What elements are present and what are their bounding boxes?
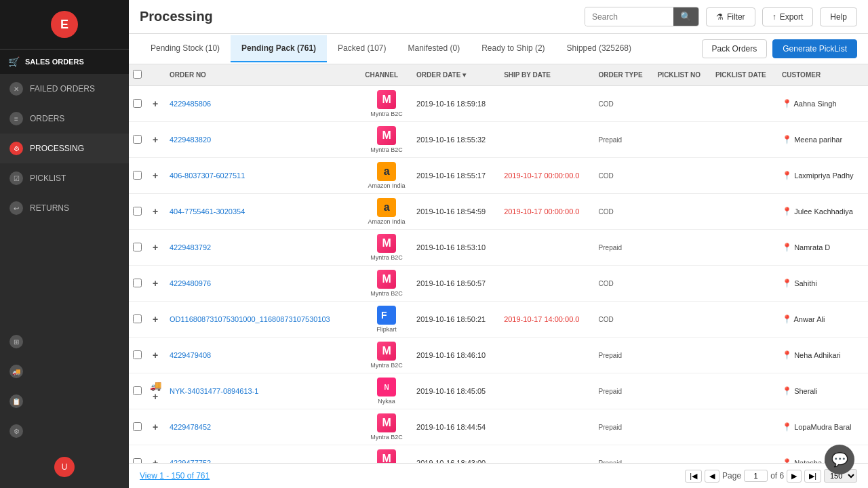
truck-badge-icon: 🚚 [150,380,161,391]
search-input[interactable] [585,8,673,26]
row-checkbox[interactable] [133,135,142,144]
picklist-date-cell [711,373,778,409]
row-checkbox-cell [129,409,146,445]
row-checkbox[interactable] [133,386,142,395]
row-checkbox[interactable] [133,279,142,287]
export-label: Export [780,12,804,22]
sidebar-item-truck[interactable]: 🚚 [0,357,129,386]
app-logo: E [51,11,78,38]
chat-bubble-button[interactable]: 💬 [825,445,854,474]
tab-actions: Pack Orders Generate PickList [702,34,857,64]
search-button[interactable]: 🔍 [673,7,698,26]
prev-page-button[interactable]: ◀ [705,470,719,483]
picklist-date-cell [711,409,778,445]
ship-by-date-cell [500,373,594,409]
export-button[interactable]: ↑ Export [762,7,814,26]
sidebar-item-returns[interactable]: ↩ RETURNS [0,193,129,223]
tab-pending-pack-label: Pending Pack (761) [241,43,316,53]
tab-shipped[interactable]: Shipped (325268) [556,35,642,62]
expand-button[interactable]: + [150,278,161,289]
sidebar-item-orders[interactable]: ≡ ORDERS [0,104,129,134]
picklist-no-cell [654,409,711,445]
row-checkbox[interactable] [133,99,142,108]
table-header-row: ORDER NO CHANNEL ORDER DATE ▾ SHIP BY DA… [129,64,868,86]
tab-manifested[interactable]: Manifested (0) [397,35,471,62]
sidebar-header-label: SALES ORDERS [25,58,84,66]
expand-button[interactable]: + [150,206,161,217]
table-row: + 406-8037307-6027511 aAmazon India 2019… [129,158,868,194]
help-button[interactable]: Help [820,7,857,26]
orders-table-container: ORDER NO CHANNEL ORDER DATE ▾ SHIP BY DA… [129,64,868,463]
tab-ready-to-ship[interactable]: Ready to Ship (2) [471,35,555,62]
pack-orders-label: Pack Orders [712,44,757,54]
select-all-checkbox[interactable] [133,70,142,79]
row-checkbox[interactable] [133,458,142,464]
row-checkbox-cell [129,302,146,338]
picklist-date-cell [711,266,778,302]
row-checkbox-cell [129,86,146,122]
header-order-date: ORDER DATE ▾ [412,64,500,86]
sidebar-item-failed-orders[interactable]: ✕ FAILED ORDERS [0,74,129,104]
filter-button[interactable]: ⚗ Filter [706,7,755,26]
expand-button[interactable]: + [150,350,161,361]
picklist-no-cell [654,302,711,338]
sidebar-item-picklist[interactable]: ☑ PICKLIST [0,163,129,193]
row-checkbox[interactable] [133,314,142,323]
order-type-cell: Prepaid [595,338,654,373]
first-page-button[interactable]: |◀ [685,470,702,483]
tab-pending-pack[interactable]: Pending Pack (761) [231,35,327,62]
picklist-date-cell [711,230,778,266]
picklist-no-cell [654,445,711,464]
expand-button[interactable]: + [150,314,161,325]
pack-orders-button[interactable]: Pack Orders [702,39,768,58]
row-expand-cell: + [146,230,165,266]
ship-by-date-cell [500,445,594,464]
channel-cell: aAmazon India [361,158,412,194]
order-type-cell: COD [595,194,654,230]
channel-cell: MMyntra B2C [361,266,412,302]
picklist-no-cell [654,194,711,230]
picklist-date-cell [711,122,778,158]
row-checkbox[interactable] [133,422,142,431]
expand-button[interactable]: + [150,170,161,181]
sidebar-item-doc[interactable]: 📋 [0,386,129,416]
ship-by-date-cell [500,338,594,373]
tab-pending-stock[interactable]: Pending Stock (10) [140,35,231,62]
expand-button[interactable]: + [150,134,161,145]
row-checkbox[interactable] [133,350,142,359]
page-number-input[interactable] [744,470,768,482]
order-no-cell: NYK-34031477-0894613-1 [165,373,361,409]
expand-button[interactable]: + [150,98,161,109]
pagination-info[interactable]: View 1 - 150 of 761 [140,471,210,481]
row-checkbox-cell [129,373,146,409]
expand-button[interactable]: + [150,422,161,432]
order-type-cell: Prepaid [595,122,654,158]
row-expand-cell: + [146,122,165,158]
expand-button[interactable]: + [150,458,161,463]
row-checkbox[interactable] [133,171,142,180]
table-row: + 4229479408 MMyntra B2C 2019-10-16 18:4… [129,338,868,373]
tab-packed[interactable]: Packed (107) [327,35,397,62]
sidebar-section-header: 🛒 SALES ORDERS [0,49,129,74]
order-type-cell: COD [595,266,654,302]
sidebar-item-grid[interactable]: ⊞ [0,327,129,357]
help-label: Help [830,12,847,22]
next-page-button[interactable]: ▶ [787,470,802,483]
expand-button[interactable]: + [150,242,161,253]
header-picklist-date: PICKLIST DATE [711,64,778,86]
table-row: + 4229485806 MMyntra B2C 2019-10-16 18:5… [129,86,868,122]
row-checkbox[interactable] [133,243,142,251]
ship-by-date-cell [500,266,594,302]
order-date-cell: 2019-10-16 18:54:59 [412,194,500,230]
generate-picklist-button[interactable]: Generate PickList [772,39,857,58]
expand-button[interactable]: + [150,391,161,402]
topbar: Processing 🔍 ⚗ Filter ↑ Export Help [129,0,868,34]
row-checkbox[interactable] [133,207,142,216]
channel-cell: aAmazon India [361,194,412,230]
sidebar-item-settings[interactable]: ⚙ [0,416,129,446]
last-page-button[interactable]: ▶| [804,470,821,483]
tab-manifested-label: Manifested (0) [408,43,460,53]
customer-cell: 📍 Sahithi [778,266,868,302]
user-avatar[interactable]: U [54,457,75,477]
sidebar-item-processing[interactable]: ⚙ PROCESSING [0,134,129,163]
